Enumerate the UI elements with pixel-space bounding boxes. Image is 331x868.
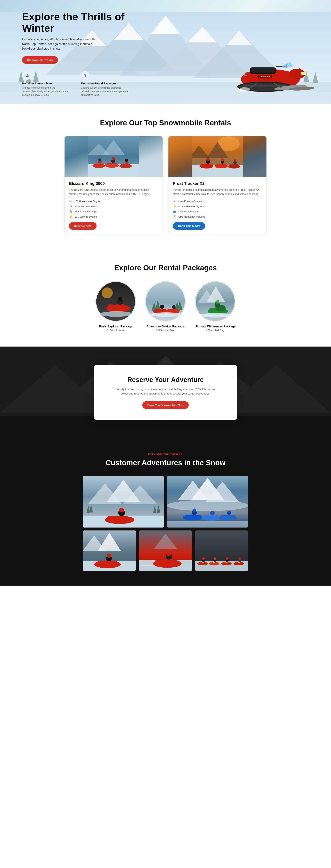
hero-subtitle: Embark on an unforgettable snowmobile ad… [22,37,99,51]
package-circle-3 [195,281,235,321]
package3-name: Ultimate Wilderness Package [195,325,236,328]
gallery-image-1 [83,476,164,528]
hero-feature-snowmobiles: 🎿 Premium Snowmobiles Choose from our to… [22,71,70,97]
svg-point-172 [226,557,229,560]
svg-point-180 [238,562,240,563]
gallery2-svg [167,476,248,528]
hero-title: Explore the Thrills of Winter [22,11,129,34]
rentals-grid: Blizzard King 3000 The Blizzard King 300… [64,136,267,234]
discover-tours-button[interactable]: Discover Our Tours [22,56,58,64]
svg-point-74 [234,159,236,162]
heated-icon: 🧤 [69,210,72,213]
blizzard-scene-svg [88,136,140,177]
packages-grid: Basic Explorer Package $150 – 2 hours [22,281,309,332]
snowmobile-icon: 🎿 [22,71,31,80]
frost-card-desc: Perfect for beginners and seasoned adven… [173,188,262,196]
svg-rect-135 [203,516,219,520]
frost-features-list: ✦ User-Friendly Controls ⚡ 80 HP Eco-Fri… [173,199,262,218]
package-item-2: Adventure Seeker Package $275 – Half Day [145,281,185,332]
feature1-desc: Choose from our top-of-the-line snowmobi… [22,86,70,97]
svg-point-82 [100,311,133,317]
svg-rect-89 [155,309,166,313]
gallery4-svg [139,530,192,571]
gallery-image-3 [83,530,136,571]
package2-name: Adventure Seeker Package [145,325,185,328]
package-item-3: Ultimate Wilderness Package $500 – Full … [195,281,236,332]
svg-point-66 [206,158,210,161]
packages-title: Explore Our Rental Packages [22,264,309,272]
feature2-desc: Explore our exclusive rental packages ta… [81,86,129,97]
svg-rect-138 [220,515,236,519]
frost-card-title: Frost Tracker X2 [173,181,262,186]
svg-point-133 [192,508,196,512]
svg-rect-72 [230,164,239,167]
reserve-card: Reserve Your Adventure Ready to carve th… [94,365,237,420]
package1-price: $150 – 2 hours [95,329,136,332]
gallery-item-4 [139,530,192,571]
svg-point-93 [172,305,176,309]
svg-rect-47 [94,163,103,167]
package2-price: $275 – Half Day [145,329,185,332]
svg-text:ROCKY TOP: ROCKY TOP [260,76,270,78]
gallery-bottom-row [83,530,248,571]
gallery-eyebrow: EXPLORE THE THRILLS [22,453,309,456]
svg-point-139 [227,511,231,515]
gallery-image-4 [139,530,192,571]
svg-rect-34 [244,75,247,76]
dollar-icon: $ [81,71,90,80]
gallery-top-row [83,476,248,528]
frost-scene-svg [192,136,243,177]
rentals-title: Explore Our Top Snowmobile Rentals [22,119,309,127]
rental-card-blizzard: Blizzard King 3000 The Blizzard King 300… [64,136,163,234]
gallery5-svg [195,530,248,571]
gallery3-svg [83,530,136,571]
svg-point-168 [213,557,216,560]
blizzard-card-desc: The Blizzard King 3000 is designed for p… [69,188,158,196]
svg-point-104 [200,313,232,317]
book-model-button[interactable]: Book This Model [173,222,205,230]
blizzard-feature-4: 💡 LED Lighting System [69,215,158,218]
svg-point-164 [202,557,205,560]
blizzard-feature-1: 🏎 150 Horsepower Engine [69,199,158,203]
svg-point-70 [221,158,224,161]
svg-point-124 [119,508,124,513]
svg-point-148 [107,554,111,558]
package2-svg [146,282,185,321]
svg-point-179 [225,562,227,563]
blizzard-feature-2: ⚙ Advanced Suspension [69,205,158,208]
package3-price: $500 – Full Day [195,329,236,332]
hero-features: 🎿 Premium Snowmobiles Choose from our to… [22,71,129,97]
book-snowmobile-button[interactable]: Book You Snowmobile Now [142,401,189,409]
svg-rect-153 [155,560,178,565]
package1-svg [96,282,136,321]
svg-point-155 [167,551,171,556]
svg-point-81 [102,287,113,299]
package-circle-1 [95,281,136,321]
reserve-now-button[interactable]: Reserve Now [69,222,96,230]
blizzard-card-image [64,136,162,177]
frost-card-body: Frost Tracker X2 Perfect for beginners a… [169,177,267,234]
gallery-title: Customer Adventures in the Snow [22,459,309,467]
rentals-section: Explore Our Top Snowmobile Rentals [0,104,331,249]
svg-rect-77 [108,305,125,310]
blizzard-features-list: 🏎 150 Horsepower Engine ⚙ Advanced Suspe… [69,199,158,218]
packages-section: Explore Our Rental Packages [0,249,331,346]
gallery-item-1 [83,476,164,528]
blizzard-card-body: Blizzard King 3000 The Blizzard King 300… [64,177,162,234]
gallery1-svg [83,476,164,528]
eco-icon: ⚡ [173,205,177,208]
seats-icon: 👥 [173,210,177,213]
package3-svg [195,282,235,321]
svg-rect-55 [121,164,130,167]
gallery-item-3 [83,530,136,571]
svg-point-136 [210,511,215,516]
svg-point-177 [202,562,204,563]
feature1-title: Premium Snowmobiles [22,82,70,85]
frost-feature-1: ✦ User-Friendly Controls [173,199,262,203]
package1-name: Basic Explorer Package [95,325,136,328]
engine-icon: 🏎 [69,199,72,203]
svg-rect-68 [216,164,226,167]
svg-point-41 [237,89,245,92]
hero-feature-packages: $ Exclusive Rental Packages Explore our … [81,71,129,97]
gallery-item-5 [195,530,248,571]
